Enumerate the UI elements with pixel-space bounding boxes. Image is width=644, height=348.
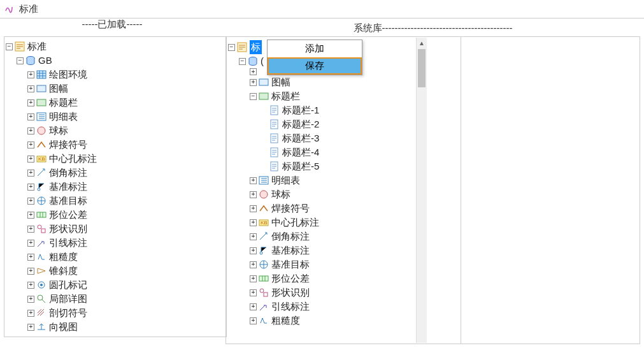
tree-leaf[interactable]: 标题栏-1 bbox=[228, 103, 434, 117]
tree-item[interactable]: +球标 bbox=[228, 187, 434, 201]
expander-icon[interactable]: + bbox=[27, 127, 34, 134]
tree-item[interactable]: +形位公差 bbox=[228, 272, 434, 286]
expander-icon[interactable]: + bbox=[250, 205, 257, 212]
expander-icon[interactable]: − bbox=[239, 58, 246, 65]
expander-icon[interactable]: + bbox=[250, 233, 257, 240]
loaded-header: -----已加载----- bbox=[0, 18, 224, 33]
item-icon bbox=[259, 189, 269, 199]
tree-item[interactable]: +粗糙度 bbox=[6, 250, 225, 264]
expander-icon[interactable]: − bbox=[250, 93, 257, 100]
tree-item[interactable]: +倒角标注 bbox=[228, 229, 434, 243]
loaded-tree[interactable]: −标准−GB+绘图环境+图幅+标题栏+明细表+球标+焊接符号+中心孔标注+倒角标… bbox=[4, 37, 226, 337]
expander-icon[interactable]: + bbox=[27, 240, 34, 247]
tree-item[interactable]: +基准目标 bbox=[228, 257, 434, 272]
tree-item[interactable]: +基准目标 bbox=[6, 194, 225, 208]
tree-item[interactable]: +引线标注 bbox=[228, 300, 434, 314]
expander-icon[interactable]: + bbox=[27, 99, 34, 106]
expander-icon[interactable]: + bbox=[27, 85, 34, 92]
item-icon bbox=[36, 182, 47, 192]
tree-item[interactable]: +中心孔标注 bbox=[228, 215, 434, 229]
expander-icon[interactable]: + bbox=[250, 177, 257, 184]
tree-item[interactable]: +锥斜度 bbox=[6, 264, 225, 278]
item-icon bbox=[36, 322, 47, 332]
expander-icon[interactable]: + bbox=[27, 156, 34, 163]
tree-item[interactable]: +基准标注 bbox=[228, 243, 434, 257]
item-icon bbox=[36, 224, 47, 234]
tree-item[interactable]: +剖切符号 bbox=[6, 306, 225, 320]
tree-item[interactable]: +焊接符号 bbox=[6, 138, 225, 152]
tree-item[interactable]: +明细表 bbox=[228, 173, 434, 187]
tree-item[interactable]: +标题栏 bbox=[6, 96, 225, 110]
item-icon bbox=[36, 266, 47, 276]
expander-icon[interactable]: + bbox=[27, 296, 34, 303]
expander-icon[interactable]: + bbox=[27, 324, 34, 331]
tree-item[interactable]: +倒角标注 bbox=[6, 166, 225, 180]
expander-icon[interactable]: + bbox=[27, 254, 34, 261]
expander-icon[interactable]: + bbox=[250, 247, 257, 254]
menu-add[interactable]: 添加 bbox=[268, 40, 362, 57]
tree-item[interactable]: +局部详图 bbox=[6, 292, 225, 306]
expander-icon[interactable]: + bbox=[27, 268, 34, 275]
system-tree[interactable]: −标−(++图幅−标题栏标题栏-1标题栏-2标题栏-3标题栏-4标题栏-5+明细… bbox=[227, 38, 436, 343]
expander-icon[interactable]: + bbox=[27, 226, 34, 233]
expander-icon[interactable]: − bbox=[228, 44, 235, 51]
expander-icon[interactable]: − bbox=[17, 57, 24, 64]
tree-root-selected: 标 bbox=[250, 40, 262, 54]
expander-icon[interactable]: + bbox=[27, 184, 34, 191]
tree-item[interactable]: +引线标注 bbox=[6, 236, 225, 250]
tree-leaf[interactable]: 标题栏-2 bbox=[228, 117, 434, 131]
tree-item[interactable]: +粗糙度 bbox=[228, 314, 434, 328]
expander-icon[interactable]: + bbox=[27, 170, 34, 177]
expander-icon[interactable]: + bbox=[250, 289, 257, 296]
item-icon bbox=[36, 168, 47, 178]
scroll-up-arrow[interactable]: ▲ bbox=[417, 38, 427, 48]
tree-item[interactable]: +中心孔标注 bbox=[6, 152, 225, 166]
tree-item[interactable]: +圆孔标记 bbox=[6, 278, 225, 292]
titlebar: 标准 bbox=[0, 0, 644, 18]
database-icon bbox=[25, 55, 36, 66]
expander-icon[interactable]: + bbox=[250, 68, 257, 75]
expander-icon[interactable]: − bbox=[6, 43, 13, 50]
expander-icon[interactable]: + bbox=[250, 275, 257, 282]
menu-save[interactable]: 保存 bbox=[268, 57, 362, 75]
tree-leaf[interactable]: 标题栏-3 bbox=[228, 131, 434, 145]
tree-item[interactable]: +形位公差 bbox=[6, 208, 225, 222]
expander-icon[interactable]: + bbox=[250, 303, 257, 310]
tree-leaf[interactable]: 标题栏-5 bbox=[228, 159, 434, 173]
tree-item[interactable]: +图幅 bbox=[6, 82, 225, 96]
tree-item[interactable]: +明细表 bbox=[6, 110, 225, 124]
doc-icon bbox=[269, 161, 280, 171]
expander-icon[interactable]: + bbox=[27, 282, 34, 289]
tree-leaf[interactable]: 标题栏-4 bbox=[228, 145, 434, 159]
expander-icon[interactable]: + bbox=[27, 212, 34, 219]
expander-icon[interactable]: + bbox=[250, 261, 257, 268]
tree-item[interactable]: +基准标注 bbox=[6, 180, 225, 194]
expander-icon[interactable]: + bbox=[250, 219, 257, 226]
tree-item[interactable]: +形状识别 bbox=[6, 222, 225, 236]
expander-icon[interactable]: + bbox=[250, 317, 257, 324]
expander-icon[interactable]: + bbox=[27, 310, 34, 317]
item-icon bbox=[259, 259, 269, 270]
expander-icon[interactable]: + bbox=[27, 113, 34, 120]
scrollbar-thumb[interactable] bbox=[418, 49, 426, 87]
tree-item[interactable]: +绘图环境 bbox=[6, 68, 225, 82]
doc-icon bbox=[269, 133, 280, 143]
item-icon bbox=[36, 294, 47, 304]
tree-item[interactable]: −标题栏 bbox=[228, 89, 434, 103]
expander-icon[interactable]: + bbox=[27, 71, 34, 78]
vertical-scrollbar[interactable]: ▲ bbox=[416, 38, 427, 343]
expander-icon[interactable]: + bbox=[27, 198, 34, 205]
tree-item[interactable]: +球标 bbox=[6, 124, 225, 138]
expander-icon[interactable]: + bbox=[27, 141, 34, 149]
tree-item[interactable]: +焊接符号 bbox=[228, 201, 434, 215]
expander-icon[interactable]: + bbox=[250, 79, 257, 86]
tree-item[interactable]: +形状识别 bbox=[228, 286, 434, 300]
expander-icon[interactable]: + bbox=[250, 191, 257, 198]
tree-item[interactable]: +向视图 bbox=[6, 320, 225, 334]
item-icon bbox=[36, 69, 47, 80]
tree-item[interactable]: +图幅 bbox=[228, 75, 434, 89]
tree-gb: ( bbox=[261, 54, 264, 68]
doc-icon bbox=[269, 147, 280, 157]
standard-icon bbox=[15, 41, 25, 52]
item-icon bbox=[36, 112, 47, 122]
